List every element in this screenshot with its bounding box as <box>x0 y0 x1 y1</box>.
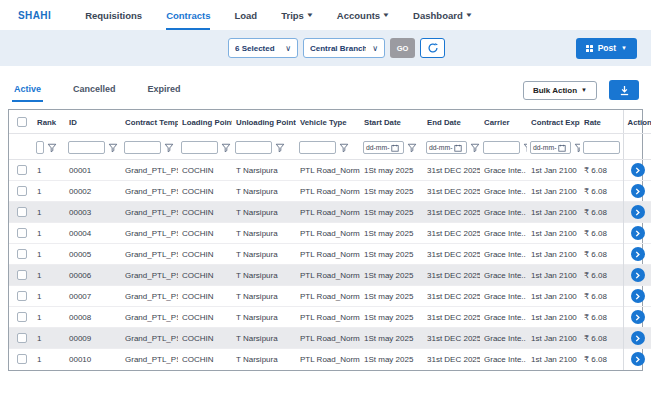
cell-start-date: 1St may 2025 <box>360 265 423 286</box>
refresh-button[interactable] <box>420 38 445 58</box>
post-button[interactable]: Post ▼ <box>576 38 637 59</box>
cell-contract-expiry: 1st Jan 2100 <box>527 286 580 307</box>
row-detail-button[interactable] <box>631 352 645 366</box>
nav-item-contracts[interactable]: Contracts <box>166 0 210 30</box>
filter-funnel-icon[interactable] <box>164 143 174 153</box>
tab-active[interactable]: Active <box>12 79 43 102</box>
loading-filter-input[interactable] <box>181 141 218 154</box>
row-checkbox[interactable] <box>17 165 27 175</box>
rate-filter-input[interactable] <box>583 141 620 154</box>
contracts-page: SHAHI Requisitions Contracts Load Trips▼… <box>0 0 651 400</box>
cell-unloading-point: T Narsipura <box>232 265 296 286</box>
cell-rank: 1 <box>33 328 65 349</box>
row-checkbox[interactable] <box>17 291 27 301</box>
row-checkbox[interactable] <box>17 228 27 238</box>
nav-item-requisitions[interactable]: Requisitions <box>85 0 142 30</box>
row-detail-button[interactable] <box>631 310 645 324</box>
row-detail-button[interactable] <box>631 184 645 198</box>
cell-start-date: 1St may 2025 <box>360 286 423 307</box>
nav-item-trips[interactable]: Trips▼ <box>281 0 313 30</box>
vehicle-filter-input[interactable] <box>299 141 336 154</box>
id-filter-input[interactable] <box>68 141 105 154</box>
col-actions: Actions <box>623 110 651 134</box>
start-date-filter[interactable]: dd-mm- <box>363 141 404 154</box>
cell-loading-point: COCHIN <box>178 328 232 349</box>
filter-funnel-icon[interactable] <box>407 143 417 153</box>
cell-vehicle-type: PTL Road_Normal <box>296 244 360 265</box>
cell-contract-template: Grand_PTL_PS <box>121 223 178 244</box>
row-detail-button[interactable] <box>631 247 645 261</box>
download-button[interactable] <box>609 80 639 100</box>
row-checkbox[interactable] <box>17 354 27 364</box>
expiry-date-filter[interactable]: dd-mm- <box>530 141 571 154</box>
row-detail-button[interactable] <box>631 289 645 303</box>
row-checkbox[interactable] <box>17 270 27 280</box>
filter-funnel-icon[interactable] <box>47 143 57 153</box>
row-checkbox[interactable] <box>17 312 27 322</box>
cell-id: 00005 <box>65 244 121 265</box>
filter-funnel-icon[interactable] <box>221 143 231 153</box>
cell-start-date: 1St may 2025 <box>360 223 423 244</box>
row-detail-button[interactable] <box>631 205 645 219</box>
nav-item-dashboard[interactable]: Dashboard▼ <box>413 0 472 30</box>
cell-start-date: 1St may 2025 <box>360 307 423 328</box>
cell-unloading-point: T Narsipura <box>232 349 296 370</box>
cell-contract-expiry: 1st Jan 2100 <box>527 202 580 223</box>
row-checkbox[interactable] <box>17 333 27 343</box>
row-detail-button[interactable] <box>631 331 645 345</box>
table-row: 1 00008 Grand_PTL_PS COCHIN T Narsipura … <box>9 307 651 328</box>
end-date-filter[interactable]: dd-mm- <box>426 141 467 154</box>
cell-carrier: Grace Inte.. <box>480 307 527 328</box>
row-detail-button[interactable] <box>631 163 645 177</box>
col-carrier: Carrier <box>480 110 527 134</box>
carrier-filter-input[interactable] <box>483 141 520 154</box>
nav-item-accounts[interactable]: Accounts▼ <box>337 0 389 30</box>
cell-vehicle-type: PTL Road_Normal <box>296 160 360 181</box>
cell-end-date: 31st DEC 2025 <box>423 349 480 370</box>
filter-funnel-icon[interactable] <box>339 143 349 153</box>
cell-end-date: 31st DEC 2025 <box>423 286 480 307</box>
tabs-bar: Active Cancelled Expired Bulk Action ▼ <box>0 78 651 102</box>
table-row: 1 00005 Grand_PTL_PS COCHIN T Narsipura … <box>9 244 651 265</box>
cell-unloading-point: T Narsipura <box>232 202 296 223</box>
row-checkbox[interactable] <box>17 186 27 196</box>
filter-funnel-icon[interactable] <box>470 143 480 153</box>
col-rank: Rank <box>33 110 65 134</box>
row-detail-button[interactable] <box>631 268 645 282</box>
chevron-down-icon: ∨ <box>285 44 291 53</box>
cell-carrier: Grace Inte.. <box>480 265 527 286</box>
tab-cancelled[interactable]: Cancelled <box>71 79 118 102</box>
selected-count-dropdown[interactable]: 6 Selected ∨ <box>228 38 298 58</box>
cell-id: 00007 <box>65 286 121 307</box>
cell-contract-template: Grand_PTL_PS <box>121 160 178 181</box>
filter-funnel-icon[interactable] <box>574 143 580 153</box>
cell-vehicle-type: PTL Road_Normal <box>296 265 360 286</box>
row-checkbox[interactable] <box>17 249 27 259</box>
rank-filter-input[interactable] <box>36 141 44 154</box>
tab-expired[interactable]: Expired <box>146 79 183 102</box>
cell-unloading-point: T Narsipura <box>232 160 296 181</box>
go-button[interactable]: GO <box>390 38 415 58</box>
cell-rate: ₹ 6.08 <box>580 286 623 307</box>
bulk-action-button[interactable]: Bulk Action ▼ <box>523 81 597 100</box>
chevron-down-icon: ▼ <box>382 12 390 18</box>
cell-rank: 1 <box>33 202 65 223</box>
row-checkbox[interactable] <box>17 207 27 217</box>
cell-rate: ₹ 6.08 <box>580 202 623 223</box>
cell-end-date: 31st DEC 2025 <box>423 244 480 265</box>
template-filter-input[interactable] <box>124 141 161 154</box>
filter-funnel-icon[interactable] <box>275 143 285 153</box>
select-all-checkbox[interactable] <box>17 117 27 127</box>
branch-dropdown[interactable]: Central Branch.. ∨ <box>303 38 385 58</box>
cell-carrier: Grace Inte.. <box>480 223 527 244</box>
cell-rank: 1 <box>33 244 65 265</box>
nav-item-load[interactable]: Load <box>234 0 257 30</box>
row-detail-button[interactable] <box>631 226 645 240</box>
cell-unloading-point: T Narsipura <box>232 223 296 244</box>
unloading-filter-input[interactable] <box>235 141 272 154</box>
cell-start-date: 1St may 2025 <box>360 181 423 202</box>
filter-funnel-icon[interactable] <box>108 143 118 153</box>
filter-funnel-icon[interactable] <box>523 143 527 153</box>
chevron-right-icon <box>634 272 641 279</box>
cell-vehicle-type: PTL Road_Normal <box>296 307 360 328</box>
